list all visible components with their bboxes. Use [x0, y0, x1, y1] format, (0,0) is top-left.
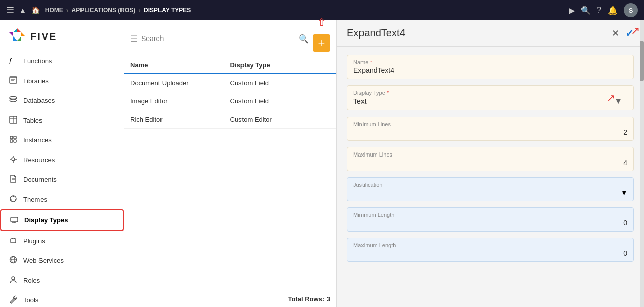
add-button[interactable]: +	[313, 34, 330, 52]
menu-toggle[interactable]: ☰	[6, 5, 14, 16]
search-magnify-icon[interactable]: 🔍	[299, 34, 309, 44]
table-row[interactable]: Rich Editor Custom Editor	[124, 110, 336, 129]
svg-rect-7	[10, 77, 17, 83]
justification-field: Justification ▼	[347, 177, 634, 201]
table-row[interactable]: Image Editor Custom Field	[124, 92, 336, 110]
sidebar-label-databases: Databases	[23, 97, 55, 104]
display-type-required: *	[387, 90, 389, 96]
scrollbar-track[interactable]	[640, 20, 644, 307]
search-input[interactable]	[141, 34, 295, 43]
help-icon[interactable]: ?	[597, 6, 601, 15]
name-required: *	[370, 59, 372, 65]
main-layout: FIVE ƒ Functions Libraries Databases Tab…	[0, 20, 644, 307]
min-lines-field: Minimum Lines 2	[347, 117, 634, 141]
max-length-field: Maximum Length 0	[347, 238, 634, 262]
sidebar-item-themes[interactable]: Themes	[0, 189, 124, 209]
resources-icon	[8, 155, 18, 165]
row-name: Document Uploader	[130, 79, 230, 87]
svg-marker-0	[17, 28, 21, 32]
svg-point-28	[10, 199, 12, 201]
nav-back[interactable]: ▲	[19, 6, 26, 14]
min-lines-value[interactable]: 2	[353, 128, 627, 136]
display-type-arrow-icon[interactable]: ▼	[614, 97, 622, 106]
svg-marker-5	[13, 28, 17, 32]
sidebar-item-web-services[interactable]: Web Services	[0, 251, 124, 271]
svg-marker-1	[21, 32, 25, 36]
justification-arrow-icon[interactable]: ▼	[621, 189, 627, 197]
max-length-value[interactable]: 0	[353, 249, 627, 257]
sidebar-label-libraries: Libraries	[23, 77, 49, 85]
table-body: Document Uploader Custom Field Image Edi…	[124, 74, 336, 291]
sidebar-items-container: ƒ Functions Libraries Databases Tables I…	[0, 51, 124, 307]
search-icon[interactable]: 🔍	[581, 6, 591, 15]
scrollbar-thumb[interactable]	[640, 41, 644, 81]
documents-icon	[8, 174, 18, 185]
tools-icon	[8, 295, 18, 305]
roles-icon	[8, 275, 18, 286]
sidebar-item-display-types[interactable]: Display Types	[0, 209, 124, 231]
breadcrumb-app[interactable]: APPLICATIONS (ROS)	[72, 7, 136, 14]
display-type-value[interactable]: Text	[353, 97, 367, 105]
sidebar-item-documents[interactable]: Documents	[0, 170, 124, 189]
display-type-field: Display Type * Text ▼ ↗	[347, 85, 634, 110]
bell-icon[interactable]: 🔔	[608, 6, 618, 15]
filter-icon[interactable]: ☰	[130, 34, 137, 44]
name-field: Name * ExpandText4	[347, 55, 634, 79]
table-row[interactable]: Document Uploader Custom Field	[124, 74, 336, 92]
sidebar-label-tools: Tools	[23, 296, 38, 304]
row-display-type: Custom Field	[230, 79, 331, 87]
sidebar-item-instances[interactable]: Instances	[0, 130, 124, 150]
sidebar-item-roles[interactable]: Roles	[0, 271, 124, 290]
breadcrumb-home[interactable]: HOME	[45, 7, 63, 14]
close-button[interactable]: ✕	[612, 29, 619, 38]
sidebar-label-instances: Instances	[23, 136, 52, 144]
sidebar-label-tables: Tables	[23, 117, 43, 124]
sidebar-logo-text: FIVE	[30, 31, 57, 43]
sidebar-item-tables[interactable]: Tables	[0, 110, 124, 130]
avatar[interactable]: S	[624, 3, 638, 17]
save-check-button[interactable]: ✓	[625, 28, 634, 39]
max-length-label: Maximum Length	[353, 242, 627, 248]
functions-icon: ƒ	[8, 56, 18, 66]
sidebar-label-display-types: Display Types	[24, 216, 68, 224]
sidebar-item-libraries[interactable]: Libraries	[0, 71, 124, 91]
sidebar-label-functions: Functions	[23, 57, 52, 65]
svg-point-27	[15, 199, 16, 201]
justification-dropdown-row: ▼	[353, 189, 627, 197]
sidebar-item-databases[interactable]: Databases	[0, 91, 124, 110]
svg-rect-29	[11, 217, 18, 222]
svg-rect-15	[14, 136, 16, 139]
name-value[interactable]: ExpandText4	[353, 66, 627, 74]
svg-rect-17	[14, 140, 16, 142]
logo-icon	[8, 27, 26, 46]
play-icon[interactable]: ▶	[569, 6, 575, 15]
sidebar-item-plugins[interactable]: Plugins	[0, 231, 124, 251]
svg-point-10	[10, 97, 17, 99]
max-lines-value[interactable]: 4	[353, 159, 627, 167]
svg-point-26	[13, 196, 14, 197]
row-name: Image Editor	[130, 97, 230, 105]
sidebar-label-web-services: Web Services	[23, 257, 64, 264]
svg-rect-14	[10, 136, 13, 139]
svg-rect-32	[11, 239, 16, 243]
plugins-icon	[8, 236, 18, 246]
svg-text:ƒ: ƒ	[9, 57, 12, 64]
max-lines-field: Maximum Lines 4	[347, 147, 634, 171]
row-display-type: Custom Editor	[230, 116, 331, 123]
add-btn-container: ⇧ +	[313, 25, 330, 52]
breadcrumb-sep2: ›	[138, 6, 141, 14]
svg-rect-16	[10, 140, 13, 142]
sidebar-label-plugins: Plugins	[23, 237, 45, 245]
svg-point-18	[12, 158, 15, 161]
libraries-icon	[8, 75, 18, 86]
sidebar-item-tools[interactable]: Tools	[0, 290, 124, 307]
min-length-value[interactable]: 0	[353, 219, 627, 227]
sidebar-item-resources[interactable]: Resources	[0, 150, 124, 170]
right-form: Name * ExpandText4 Display Type * Text ▼…	[337, 47, 644, 270]
min-length-field: Minimum Length 0	[347, 207, 634, 232]
row-name: Rich Editor	[130, 116, 230, 123]
sidebar-item-functions[interactable]: ƒ Functions	[0, 51, 124, 71]
display-types-icon	[9, 215, 19, 225]
display-type-label: Display Type *	[353, 90, 627, 96]
display-type-dropdown-row: Text ▼ ↗	[353, 97, 627, 106]
